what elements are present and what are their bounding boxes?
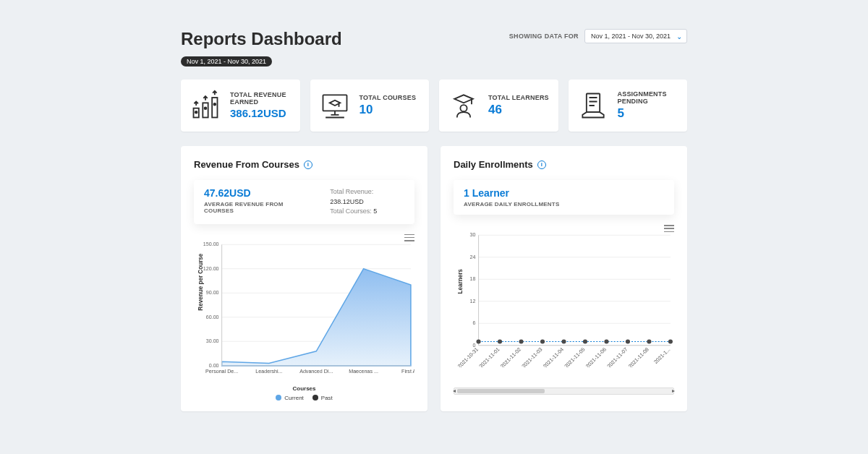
y-axis-label: Revenue per Course (197, 253, 204, 311)
svg-point-3 (195, 111, 197, 113)
svg-text:2021-11-01: 2021-11-01 (478, 346, 501, 367)
svg-text:150.00: 150.00 (203, 241, 219, 247)
svg-text:60.00: 60.00 (206, 314, 219, 320)
x-axis-label: Courses (194, 385, 414, 392)
svg-rect-2 (212, 98, 217, 118)
svg-text:24: 24 (470, 254, 476, 260)
svg-rect-6 (323, 95, 346, 111)
page-title: Reports Dashboard (181, 29, 342, 49)
learners-icon (448, 90, 480, 121)
legend-current: Current (276, 395, 304, 401)
svg-point-51 (668, 340, 673, 344)
svg-point-49 (626, 340, 630, 344)
svg-text:30: 30 (470, 232, 476, 238)
svg-text:12: 12 (470, 299, 476, 304)
legend-past: Past (312, 395, 333, 401)
stat-value: 386.12USD (230, 107, 292, 120)
svg-text:2021-11-04: 2021-11-04 (542, 346, 565, 367)
avg-revenue-value: 47.62USD (204, 187, 308, 199)
stats-row: TOTAL REVENUE EARNED 386.12USD TOTAL COU… (181, 80, 687, 132)
svg-point-50 (647, 340, 651, 344)
stat-value: 46 (488, 103, 550, 117)
stat-label: TOTAL REVENUE EARNED (230, 91, 292, 106)
panels-row: Revenue From Courses i 47.62USD AVERAGE … (181, 146, 687, 411)
svg-point-45 (540, 340, 545, 344)
enrollments-summary-card: 1 Learner AVERAGE DAILY ENROLLMENTS (454, 180, 674, 215)
chart-menu-icon[interactable] (664, 225, 674, 232)
svg-text:30.00: 30.00 (206, 338, 219, 344)
avg-enroll-label: AVERAGE DAILY ENROLLMENTS (464, 201, 559, 207)
svg-text:2021-11-08: 2021-11-08 (627, 346, 650, 367)
svg-text:2021-10-31: 2021-10-31 (457, 346, 480, 367)
stat-value: 5 (618, 106, 679, 121)
svg-point-48 (604, 340, 608, 344)
panel-title: Revenue From Courses i (194, 159, 414, 170)
avg-revenue-label: AVERAGE REVENUE FROM COURSES (204, 201, 308, 214)
svg-text:2021-11-05: 2021-11-05 (563, 346, 586, 367)
svg-text:90.00: 90.00 (206, 290, 219, 296)
revenue-summary-card: 47.62USD AVERAGE REVENUE FROM COURSES To… (194, 180, 414, 224)
svg-point-43 (498, 340, 502, 344)
panel-title: Daily Enrollments i (454, 159, 674, 170)
enrollments-chart: Learners 0612182430 2021-10-312021-11-01… (454, 228, 674, 395)
svg-text:2021-1...: 2021-1... (653, 347, 672, 366)
stat-label: TOTAL COURSES (359, 94, 421, 101)
date-range-select[interactable]: Nov 1, 2021 - Nov 30, 2021 ⌄ (584, 29, 687, 43)
scroll-right-icon[interactable]: ▸ (672, 387, 675, 394)
courses-icon (319, 90, 351, 121)
svg-point-47 (583, 340, 587, 344)
chart-menu-icon[interactable] (404, 234, 414, 241)
info-icon[interactable]: i (537, 160, 546, 169)
assignments-icon (577, 90, 609, 121)
date-range-pill: Nov 1, 2021 - Nov 30, 2021 (181, 56, 272, 67)
svg-point-44 (519, 340, 523, 344)
svg-text:Leadershi...: Leadershi... (255, 369, 282, 374)
svg-text:Personal De...: Personal De... (205, 369, 238, 374)
svg-text:2021-11-06: 2021-11-06 (584, 346, 607, 367)
svg-text:Advanced Di...: Advanced Di... (299, 369, 333, 374)
stat-label: TOTAL LEARNERS (488, 94, 550, 101)
info-icon[interactable]: i (304, 160, 312, 169)
svg-point-42 (477, 340, 481, 344)
chevron-down-icon: ⌄ (676, 33, 682, 40)
svg-text:2021-11-03: 2021-11-03 (521, 346, 543, 367)
stat-value: 10 (359, 103, 421, 117)
svg-point-5 (213, 103, 216, 106)
revenue-chart: Revenue per Course 0.0030.0060.0090.0012… (194, 237, 414, 401)
stat-card-assignments: ASSIGNMENTS PENDING 5 (569, 80, 688, 132)
stat-card-revenue: TOTAL REVENUE EARNED 386.12USD (181, 80, 300, 132)
y-axis-label: Learners (457, 269, 464, 294)
svg-point-7 (460, 105, 467, 111)
revenue-panel: Revenue From Courses i 47.62USD AVERAGE … (181, 146, 427, 411)
enrollments-panel: Daily Enrollments i 1 Learner AVERAGE DA… (441, 146, 687, 411)
stat-card-learners: TOTAL LEARNERS 46 (439, 80, 558, 132)
svg-text:First Aid: First Aid (401, 369, 414, 374)
svg-rect-1 (203, 103, 208, 117)
scroll-left-icon[interactable]: ◂ (453, 387, 456, 394)
revenue-icon (190, 90, 221, 121)
svg-text:2021-11-02: 2021-11-02 (500, 346, 522, 367)
avg-enroll-value: 1 Learner (464, 187, 559, 199)
svg-text:2021-11-07: 2021-11-07 (606, 346, 629, 367)
chart-legend: Current Past (194, 395, 414, 401)
svg-point-4 (205, 107, 207, 109)
stat-label: ASSIGNMENTS PENDING (618, 90, 679, 105)
svg-text:6: 6 (473, 320, 476, 326)
chart-scrollbar[interactable]: ◂ ▸ (454, 387, 674, 395)
svg-rect-8 (586, 94, 599, 113)
svg-text:0.00: 0.00 (209, 362, 219, 368)
svg-point-46 (561, 340, 566, 344)
stat-card-courses: TOTAL COURSES 10 (310, 80, 430, 132)
page-header: Reports Dashboard Nov 1, 2021 - Nov 30, … (181, 29, 687, 67)
svg-text:18: 18 (470, 276, 476, 282)
showing-data-label: SHOWING DATA FOR (509, 33, 579, 40)
svg-text:120.00: 120.00 (203, 265, 219, 271)
svg-text:Maecenas ...: Maecenas ... (349, 369, 378, 374)
scrollbar-thumb[interactable] (457, 389, 545, 393)
date-range-value: Nov 1, 2021 - Nov 30, 2021 (591, 33, 671, 40)
